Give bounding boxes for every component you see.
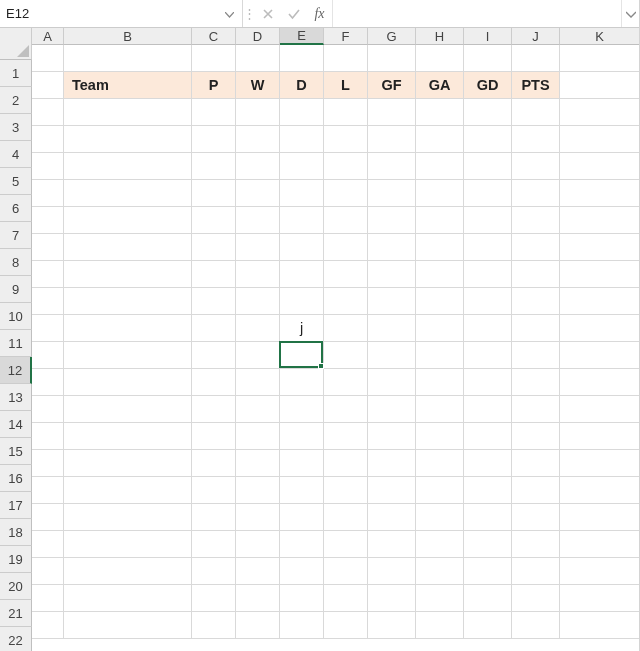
cell-H20[interactable] — [416, 558, 464, 585]
name-box[interactable]: E12 — [0, 0, 243, 27]
cell-E9[interactable] — [280, 261, 324, 288]
cell-I19[interactable] — [464, 531, 512, 558]
row-header-10[interactable]: 10 — [0, 303, 32, 330]
cell-I4[interactable] — [464, 126, 512, 153]
column-header-D[interactable]: D — [236, 28, 280, 45]
cell-K11[interactable] — [560, 315, 640, 342]
cell-D1[interactable] — [236, 45, 280, 72]
row-header-20[interactable]: 20 — [0, 573, 32, 600]
cell-F2[interactable]: L — [324, 72, 368, 99]
cell-F1[interactable] — [324, 45, 368, 72]
cell-F4[interactable] — [324, 126, 368, 153]
cell-F5[interactable] — [324, 153, 368, 180]
cell-K22[interactable] — [560, 612, 640, 639]
cell-C13[interactable] — [192, 369, 236, 396]
cell-I7[interactable] — [464, 207, 512, 234]
cell-C22[interactable] — [192, 612, 236, 639]
cell-I18[interactable] — [464, 504, 512, 531]
cell-K14[interactable] — [560, 396, 640, 423]
cell-J19[interactable] — [512, 531, 560, 558]
cell-H7[interactable] — [416, 207, 464, 234]
cell-K4[interactable] — [560, 126, 640, 153]
cell-G10[interactable] — [368, 288, 416, 315]
cell-G19[interactable] — [368, 531, 416, 558]
cell-A8[interactable] — [32, 234, 64, 261]
row-header-2[interactable]: 2 — [0, 87, 32, 114]
cell-H13[interactable] — [416, 369, 464, 396]
cell-K1[interactable] — [560, 45, 640, 72]
cell-K3[interactable] — [560, 99, 640, 126]
cell-C20[interactable] — [192, 558, 236, 585]
row-header-4[interactable]: 4 — [0, 141, 32, 168]
row-header-19[interactable]: 19 — [0, 546, 32, 573]
cell-J22[interactable] — [512, 612, 560, 639]
cell-D19[interactable] — [236, 531, 280, 558]
cell-A10[interactable] — [32, 288, 64, 315]
cell-K5[interactable] — [560, 153, 640, 180]
expand-formula-bar-icon[interactable] — [621, 0, 639, 27]
row-header-17[interactable]: 17 — [0, 492, 32, 519]
cell-I2[interactable]: GD — [464, 72, 512, 99]
cell-K19[interactable] — [560, 531, 640, 558]
cell-D16[interactable] — [236, 450, 280, 477]
cell-F8[interactable] — [324, 234, 368, 261]
cell-G7[interactable] — [368, 207, 416, 234]
cell-A9[interactable] — [32, 261, 64, 288]
cell-I14[interactable] — [464, 396, 512, 423]
cell-D6[interactable] — [236, 180, 280, 207]
cell-J18[interactable] — [512, 504, 560, 531]
cell-G22[interactable] — [368, 612, 416, 639]
row-header-11[interactable]: 11 — [0, 330, 32, 357]
cell-C18[interactable] — [192, 504, 236, 531]
cell-E19[interactable] — [280, 531, 324, 558]
cell-J13[interactable] — [512, 369, 560, 396]
row-header-6[interactable]: 6 — [0, 195, 32, 222]
cell-E17[interactable] — [280, 477, 324, 504]
column-header-C[interactable]: C — [192, 28, 236, 45]
cell-C6[interactable] — [192, 180, 236, 207]
cell-G21[interactable] — [368, 585, 416, 612]
cell-H1[interactable] — [416, 45, 464, 72]
cell-B6[interactable] — [64, 180, 192, 207]
cell-D22[interactable] — [236, 612, 280, 639]
cell-E11[interactable]: j — [280, 315, 324, 342]
column-header-A[interactable]: A — [32, 28, 64, 45]
cell-D17[interactable] — [236, 477, 280, 504]
cell-J14[interactable] — [512, 396, 560, 423]
column-header-H[interactable]: H — [416, 28, 464, 45]
cell-B5[interactable] — [64, 153, 192, 180]
cell-G16[interactable] — [368, 450, 416, 477]
cell-K7[interactable] — [560, 207, 640, 234]
cell-B16[interactable] — [64, 450, 192, 477]
row-header-8[interactable]: 8 — [0, 249, 32, 276]
cell-H6[interactable] — [416, 180, 464, 207]
cell-H10[interactable] — [416, 288, 464, 315]
cell-C8[interactable] — [192, 234, 236, 261]
cell-J11[interactable] — [512, 315, 560, 342]
cell-I8[interactable] — [464, 234, 512, 261]
row-header-22[interactable]: 22 — [0, 627, 32, 651]
cell-F3[interactable] — [324, 99, 368, 126]
column-header-E[interactable]: E — [280, 28, 324, 45]
cell-K20[interactable] — [560, 558, 640, 585]
cell-E2[interactable]: D — [280, 72, 324, 99]
cell-A1[interactable] — [32, 45, 64, 72]
column-header-K[interactable]: K — [560, 28, 640, 45]
cell-C17[interactable] — [192, 477, 236, 504]
cell-G8[interactable] — [368, 234, 416, 261]
cell-J3[interactable] — [512, 99, 560, 126]
cell-B7[interactable] — [64, 207, 192, 234]
cell-J9[interactable] — [512, 261, 560, 288]
cell-J4[interactable] — [512, 126, 560, 153]
cell-D11[interactable] — [236, 315, 280, 342]
cell-J10[interactable] — [512, 288, 560, 315]
cell-K2[interactable] — [560, 72, 640, 99]
cell-A12[interactable] — [32, 342, 64, 369]
cell-G14[interactable] — [368, 396, 416, 423]
cell-H21[interactable] — [416, 585, 464, 612]
cell-I12[interactable] — [464, 342, 512, 369]
row-header-12[interactable]: 12 — [0, 357, 32, 384]
cell-E18[interactable] — [280, 504, 324, 531]
cell-I15[interactable] — [464, 423, 512, 450]
cell-I1[interactable] — [464, 45, 512, 72]
